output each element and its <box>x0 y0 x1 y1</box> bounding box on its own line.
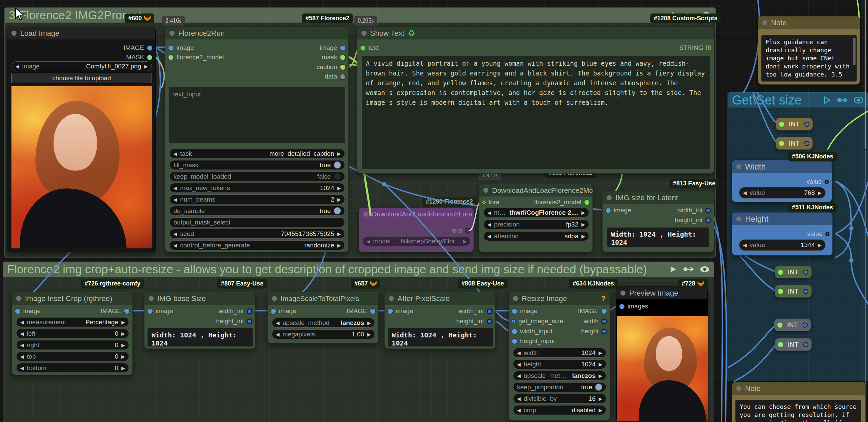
crop-combo[interactable]: ◀cropdisabled▶ <box>513 405 606 415</box>
group-header[interactable]: Get\Set size <box>728 93 868 108</box>
task-combo[interactable]: ◀taskmore_detailed_caption▶ <box>169 149 345 158</box>
input-image[interactable]: image <box>388 307 413 315</box>
node-image-scale-to-total-pixels[interactable]: ImageScaleToTotalPixels image IMAGE ◀ups… <box>268 292 379 343</box>
next-arrow[interactable]: ▶ <box>121 320 125 325</box>
node-width[interactable]: Width value ◀value768▶ <box>732 160 832 202</box>
output-florence2-model[interactable]: florence2_model <box>534 198 589 206</box>
port-dot[interactable] <box>706 218 711 223</box>
next-arrow[interactable]: ▶ <box>367 332 371 337</box>
input-florence2-model[interactable]: florence2_model <box>168 53 224 61</box>
input-height-input[interactable]: height_input <box>512 337 555 345</box>
fill-mask-toggle[interactable]: fill_masktrue <box>169 160 345 170</box>
output-value[interactable]: value <box>807 178 829 186</box>
next-arrow[interactable]: ▶ <box>463 239 466 244</box>
next-arrow[interactable]: ▶ <box>598 408 602 413</box>
seed-stepper[interactable]: ◀seed704551738575025▶ <box>169 229 345 239</box>
port-dot[interactable] <box>606 208 611 213</box>
port-dot[interactable] <box>370 309 375 314</box>
text-input-textarea[interactable]: text_input <box>169 86 346 143</box>
port-dot[interactable] <box>619 304 624 309</box>
collapse-dot[interactable] <box>736 216 741 221</box>
port-dot[interactable] <box>487 319 492 324</box>
image-combo[interactable]: ◀imageComfyUI_0027.png▶ <box>11 61 152 71</box>
next-arrow[interactable]: ▶ <box>337 232 341 236</box>
next-arrow[interactable]: ▶ <box>598 396 602 401</box>
toggle-dot[interactable] <box>595 384 602 391</box>
output-caption[interactable]: caption <box>317 63 345 71</box>
output-height-int[interactable]: height_int <box>456 317 492 325</box>
next-arrow[interactable]: ▶ <box>581 234 585 239</box>
measurement-combo[interactable]: ◀measurementPercentage▶ <box>16 317 129 327</box>
output-height[interactable]: height <box>581 327 607 335</box>
model-combo[interactable]: ◀modelNikshepShetty/Flor...▶ <box>363 236 470 246</box>
node-int-collapsed[interactable]: INT <box>776 118 813 130</box>
output-width-int[interactable]: width_int <box>219 307 252 315</box>
collapse-dot[interactable] <box>149 296 154 301</box>
node-header[interactable]: Show Text♻ <box>358 27 714 39</box>
output-width-int[interactable]: width_int <box>459 307 492 315</box>
height-stepper[interactable]: ◀height1024▶ <box>513 359 606 369</box>
prev-arrow[interactable]: ◀ <box>20 354 24 359</box>
collapse-dot[interactable] <box>483 188 488 193</box>
port-dot[interactable] <box>803 323 808 328</box>
keep-model-loaded-toggle[interactable]: keep_model_loadedfalse <box>169 172 345 181</box>
attention-combo[interactable]: ◀attentionsdpa▶ <box>483 231 589 241</box>
input-lora[interactable]: lora <box>482 198 499 206</box>
collapse-dot[interactable] <box>11 31 17 36</box>
node-header[interactable]: ImageScaleToTotalPixels <box>268 292 378 305</box>
prev-arrow[interactable]: ◀ <box>20 366 24 370</box>
group-eye-icon[interactable] <box>700 266 710 273</box>
right-stepper[interactable]: ◀right0▶ <box>16 340 129 350</box>
output-height-int[interactable]: height_int <box>216 317 252 325</box>
megapixels-stepper[interactable]: ◀megapixels1.00▶ <box>272 329 375 339</box>
node-header[interactable]: Florence2Run <box>165 27 348 39</box>
toggle-dot[interactable] <box>334 207 341 214</box>
prev-arrow[interactable]: ◀ <box>367 239 370 244</box>
node-header[interactable]: Image Inset Crop (rgthree) <box>12 292 132 305</box>
group-eye-icon[interactable] <box>854 96 864 104</box>
control-before-generate-combo[interactable]: ◀control_before_generaterandomize▶ <box>169 240 345 250</box>
next-arrow[interactable]: ▶ <box>121 354 125 359</box>
node-header[interactable]: Height <box>732 213 832 225</box>
value-stepper[interactable]: ◀value768▶ <box>739 187 826 199</box>
port-dot[interactable] <box>779 122 784 127</box>
port-dot[interactable] <box>778 342 783 347</box>
node-header[interactable]: Width <box>732 160 832 173</box>
port-dot[interactable] <box>512 309 517 314</box>
node-header[interactable]: Preview Image <box>616 287 707 299</box>
port-dot[interactable] <box>804 122 809 127</box>
node-header[interactable]: Note <box>758 17 860 29</box>
node-img-size-for-latent[interactable]: IMG size for Latent image width_int heig… <box>602 191 714 252</box>
port-dot[interactable] <box>147 55 152 60</box>
port-dot[interactable] <box>779 141 784 146</box>
prev-arrow[interactable]: ◀ <box>487 222 491 227</box>
prev-arrow[interactable]: ◀ <box>174 232 177 236</box>
group-play-icon[interactable] <box>669 265 677 274</box>
input-image[interactable]: image <box>15 307 41 315</box>
port-dot[interactable] <box>168 46 174 51</box>
node-after-pixelscale[interactable]: After PixelScale image width_int height_… <box>384 292 495 349</box>
value-stepper[interactable]: ◀value1344▶ <box>739 239 826 251</box>
node-img-base-size[interactable]: IMG base Size image width_int height_int… <box>144 292 255 349</box>
prev-arrow[interactable]: ◀ <box>174 243 177 248</box>
input-image[interactable]: image <box>271 307 297 315</box>
output-mask[interactable]: mask <box>322 53 345 61</box>
node-height[interactable]: Height value ◀value1344▶ <box>732 212 833 255</box>
output-value[interactable]: value <box>807 230 829 238</box>
max-new-tokens-stepper[interactable]: ◀max_new_tokens1024▶ <box>169 183 345 193</box>
collapse-dot[interactable] <box>620 291 625 296</box>
divisible-by-stepper[interactable]: ◀divisible_by16▶ <box>513 394 606 403</box>
collapse-dot[interactable] <box>513 296 518 301</box>
upscale-method-combo[interactable]: ◀upscale_methodlanczos▶ <box>513 371 606 381</box>
collapse-dot[interactable] <box>389 296 394 301</box>
port-dot[interactable] <box>148 309 153 314</box>
port-dot[interactable] <box>15 309 20 314</box>
next-arrow[interactable]: ▶ <box>581 210 585 215</box>
next-arrow[interactable]: ▶ <box>818 243 822 247</box>
prev-arrow[interactable]: ◀ <box>517 351 521 355</box>
prev-arrow[interactable]: ◀ <box>20 331 24 336</box>
prev-arrow[interactable]: ◀ <box>517 373 521 378</box>
port-dot[interactable] <box>168 55 174 60</box>
prev-arrow[interactable]: ◀ <box>517 362 521 367</box>
port-dot[interactable] <box>803 270 808 275</box>
